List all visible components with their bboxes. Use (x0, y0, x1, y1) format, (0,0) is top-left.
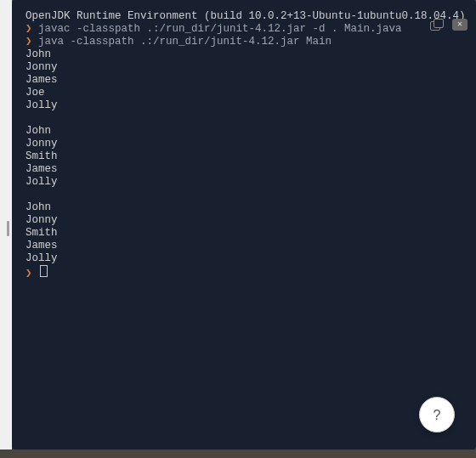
output-line: James (26, 74, 462, 87)
output-line: John (26, 48, 462, 61)
runtime-header: OpenJDK Runtime Environment (build 10.0.… (26, 10, 462, 23)
cursor (40, 265, 48, 277)
output-line: Smith (26, 227, 462, 240)
blank-line (26, 189, 462, 201)
output-line: Jonny (26, 61, 462, 74)
output-line: Jolly (26, 176, 462, 189)
output-line: Jolly (26, 99, 462, 112)
output-line: Jonny (26, 138, 462, 150)
help-icon: ? (434, 409, 441, 421)
blank-line (26, 112, 462, 125)
prompt-line[interactable]: ❯ (26, 265, 462, 280)
editor-left-margin (0, 0, 12, 458)
footer-strip (0, 450, 476, 458)
command-line: ❯ java -classpath .:/run_dir/junit-4.12.… (26, 36, 462, 48)
command-text: java -classpath .:/run_dir/junit-4.12.ja… (38, 36, 332, 48)
output-line: Joe (26, 87, 462, 99)
output-line: Jolly (26, 252, 462, 265)
output-line: James (26, 240, 462, 252)
output-line: Jonny (26, 214, 462, 227)
margin-indicator (7, 221, 9, 236)
prompt-symbol: ❯ (26, 268, 32, 280)
output-line: John (26, 201, 462, 214)
output-line: John (26, 125, 462, 138)
command-text: javac -classpath .:/run_dir/junit-4.12.j… (38, 23, 402, 35)
help-button[interactable]: ? (419, 397, 455, 433)
command-line: ❯ javac -classpath .:/run_dir/junit-4.12… (26, 23, 462, 36)
close-icon[interactable]: ✕ (452, 19, 468, 31)
terminal-panel[interactable]: ✕ OpenJDK Runtime Environment (build 10.… (12, 0, 476, 450)
prompt-symbol: ❯ (26, 23, 32, 35)
output-line: Smith (26, 150, 462, 163)
prompt-symbol: ❯ (26, 36, 32, 48)
output-line: James (26, 163, 462, 176)
copy-icon[interactable] (430, 19, 444, 31)
